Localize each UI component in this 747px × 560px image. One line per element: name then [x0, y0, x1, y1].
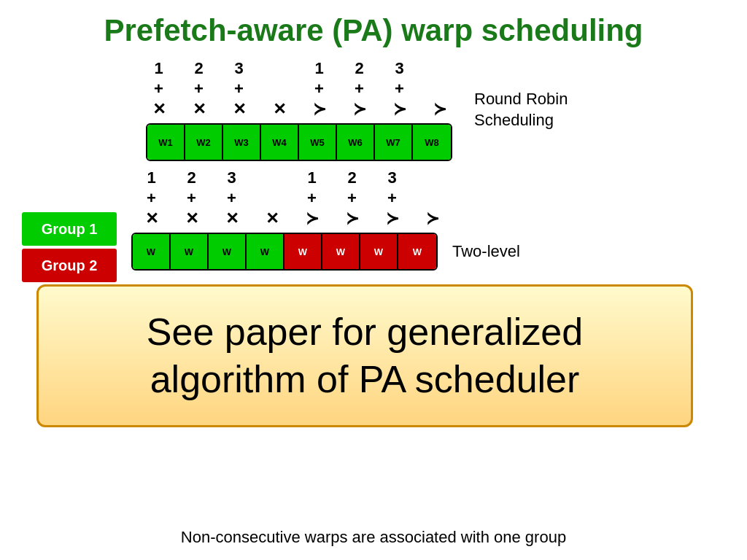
rr-label: Round Robin Scheduling — [474, 89, 568, 131]
tl-section: Group 1 Group 2 1 2 3 1 2 3 + + + + — [22, 168, 747, 282]
symbols-row-3: ✕ ✕ ✕ ✕ ≻ ≻ ≻ ≻ — [139, 100, 460, 119]
tl-label: Two-level — [452, 241, 520, 262]
tl-warp-row-container: W W W W W W W W Two-level — [131, 230, 520, 271]
tl-warp-7: W — [360, 234, 398, 269]
tl-symbols-row-1: 1 2 3 1 2 3 — [131, 168, 452, 187]
tl-warp-1: W — [133, 234, 171, 269]
tl-symbols-row-3: ✕ ✕ ✕ ✕ ≻ ≻ ≻ ≻ — [131, 209, 452, 228]
warp-cell-5: W5 — [299, 125, 337, 160]
tl-warp-2: W — [171, 234, 209, 269]
symbols-row-2: + + + + + + — [139, 79, 460, 98]
warp-cell-4: W4 — [261, 125, 299, 160]
warp-cell-8: W8 — [413, 125, 451, 160]
bottom-note: Non-consecutive warps are associated wit… — [0, 528, 747, 547]
tl-warp-8: W — [398, 234, 436, 269]
popup-text: See paper for generalized algorithm of P… — [68, 308, 662, 403]
warp-cell-6: W6 — [337, 125, 375, 160]
warp-cell-1: W1 — [147, 125, 185, 160]
rr-warp-row: W1 W2 W3 W4 W5 W6 W7 W8 — [146, 123, 452, 161]
group2-box: Group 2 — [22, 249, 117, 282]
rr-diagram: 1 2 3 1 2 3 + + + + + + ✕ ✕ — [139, 59, 460, 161]
tl-warp-row: W W W W W W W W — [131, 233, 438, 271]
tl-warp-5: W — [285, 234, 322, 269]
tl-warp-6: W — [322, 234, 360, 269]
page-title: Prefetch-aware (PA) warp scheduling — [0, 0, 747, 55]
tl-warp-3: W — [209, 234, 247, 269]
tl-warp-4: W — [247, 234, 285, 269]
tl-symbols-row-2: + + + + + + — [131, 189, 452, 208]
groups-column: Group 1 Group 2 — [22, 212, 117, 282]
warp-cell-3: W3 — [223, 125, 261, 160]
group1-box: Group 1 — [22, 212, 117, 246]
tl-right-section: 1 2 3 1 2 3 + + + + + + ✕ ✕ — [131, 168, 520, 271]
warp-cell-2: W2 — [185, 125, 223, 160]
symbols-row-1: 1 2 3 1 2 3 — [139, 59, 460, 78]
warp-cell-7: W7 — [375, 125, 413, 160]
popup-overlay: See paper for generalized algorithm of P… — [36, 284, 693, 427]
